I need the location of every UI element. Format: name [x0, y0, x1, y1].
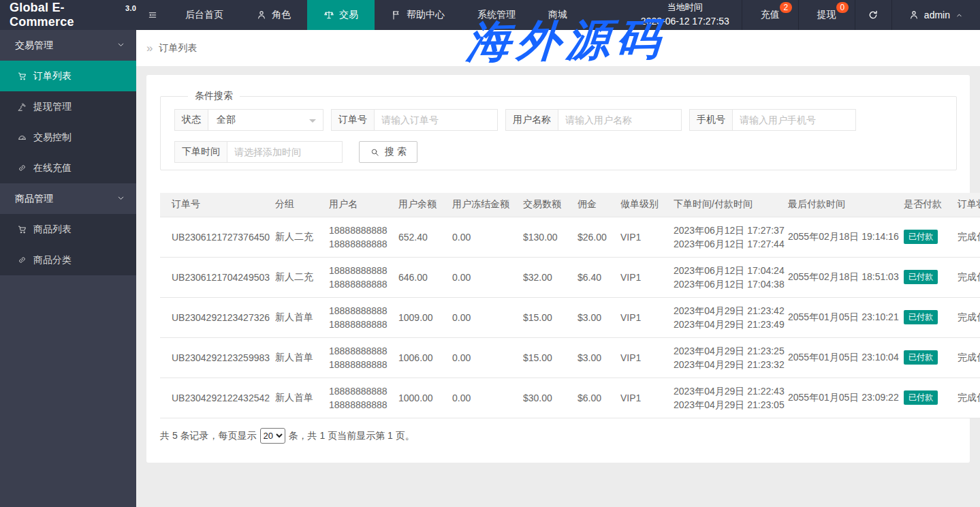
search-icon: [370, 147, 380, 157]
cell-trade-amount: $32.00: [523, 257, 578, 297]
sidebar: 交易管理 订单列表 提现管理 交易控制 在线充值 商品管理 商品列表 商品分类: [0, 30, 136, 507]
nav-item-home[interactable]: 后台首页: [169, 0, 240, 30]
header-username: 用户名: [329, 193, 398, 217]
sidebar-item-label: 订单列表: [33, 70, 72, 82]
cell-username-line: 18888888888: [329, 304, 394, 318]
nav-label: 角色: [272, 9, 291, 21]
sidebar-item-trade-control[interactable]: 交易控制: [0, 122, 136, 153]
withdraw-badge: 0: [836, 2, 849, 13]
nav-item-roles[interactable]: 角色: [240, 0, 307, 30]
header-order-no: 订单号: [160, 193, 275, 217]
sidebar-item-withdraw-management[interactable]: 提现管理: [0, 91, 136, 122]
main-nav: 后台首页 角色 交易 帮助中心 系统管理 商城: [169, 0, 584, 30]
cell-balance: 1009.00: [398, 297, 452, 337]
order-time-label: 下单时间: [174, 141, 227, 163]
table-body: UB2306121727376450新人二充188888888881888888…: [160, 217, 980, 418]
local-time: 当地时间 2023-06-12 17:27:53: [629, 0, 742, 30]
cell-commission: $26.00: [578, 217, 620, 257]
top-bar: Global E-Commerce 3.0 后台首页 角色 交易 帮助中心 系统…: [0, 0, 980, 30]
cell-commission: $6.00: [578, 378, 620, 418]
order-no-input[interactable]: [374, 109, 498, 131]
search-button-label: 搜 索: [385, 146, 407, 158]
select-caret-icon: [309, 119, 316, 126]
cell-username-line: 18888888888: [329, 318, 394, 331]
withdraw-button[interactable]: 提现 0: [798, 0, 855, 30]
orders-table: 订单号 分组 用户名 用户余额 用户冻结金额 交易数额 佣金 做单级别 下单时间…: [160, 193, 980, 418]
order-time-input[interactable]: [227, 141, 343, 163]
recharge-button[interactable]: 充值 2: [742, 0, 798, 30]
brand-logo: Global E-Commerce 3.0: [0, 1, 136, 29]
nav-label: 系统管理: [477, 9, 516, 21]
sidebar-group-trade-management[interactable]: 交易管理: [0, 30, 136, 61]
cell-order-pay-time: 2023年06月12日 17:04:242023年06月12日 17:04:38: [674, 257, 788, 297]
nav-label: 帮助中心: [407, 9, 445, 21]
breadcrumb-current: 订单列表: [159, 42, 197, 55]
cell-level: VIP1: [620, 257, 674, 297]
cell-username-line: 18888888888: [329, 398, 394, 412]
per-page-select[interactable]: 20: [260, 428, 285, 444]
scale-icon: [323, 10, 334, 20]
cell-order-pay-time: 2023年04月29日 21:23:422023年04月29日 21:23:49: [674, 297, 788, 337]
nav-item-mall[interactable]: 商城: [532, 0, 584, 30]
table-header-row: 订单号 分组 用户名 用户余额 用户冻结金额 交易数额 佣金 做单级别 下单时间…: [160, 193, 980, 217]
pagination-bar: 共 5 条记录，每页显示 20 条，共 1 页当前显示第 1 页。: [160, 428, 415, 444]
collapse-menu-button[interactable]: [136, 0, 169, 30]
cell-trade-amount: $130.00: [523, 217, 578, 257]
cell-order-pay-time-line: 2023年06月12日 17:27:44: [674, 237, 784, 251]
flag-icon: [391, 10, 402, 20]
cell-username: 1888888888818888888888: [329, 337, 398, 378]
refresh-icon: [868, 10, 879, 20]
refresh-button[interactable]: [855, 0, 891, 30]
gauge-icon: [17, 132, 27, 142]
sidebar-group-product-management[interactable]: 商品管理: [0, 183, 136, 214]
cell-order-no: UB2304292122432542: [160, 378, 275, 418]
header-paid-status: 是否付款: [904, 193, 958, 217]
brand-name: Global E-Commerce: [10, 1, 123, 29]
cell-level: VIP1: [620, 378, 674, 418]
user-icon: [908, 10, 919, 20]
cell-paid-status: 已付款: [904, 378, 958, 418]
cell-commission: $6.40: [578, 257, 620, 297]
cell-order-pay-time-line: 2023年06月12日 17:27:37: [674, 224, 784, 237]
nav-item-system[interactable]: 系统管理: [461, 0, 532, 30]
header-frozen-amount: 用户冻结金额: [452, 193, 523, 217]
cell-frozen-amount: 0.00: [452, 257, 523, 297]
sidebar-item-product-category[interactable]: 商品分类: [0, 245, 136, 275]
username-filter-group: 用户名称: [505, 109, 682, 131]
content-card: 条件搜索 状态 全部 订单号 用户名称 手机号: [146, 75, 970, 463]
search-legend: 条件搜索: [188, 90, 240, 102]
cell-order-pay-time-line: 2023年04月29日 21:23:42: [674, 304, 784, 318]
nav-label: 交易: [339, 9, 358, 21]
user-icon: [256, 10, 267, 20]
header-trade-amount: 交易数额: [523, 193, 578, 217]
username-input[interactable]: [558, 109, 682, 131]
header-order-pay-time: 下单时间/付款时间: [674, 193, 788, 217]
nav-item-help-center[interactable]: 帮助中心: [375, 0, 461, 30]
pagination-prefix: 共 5 条记录，每页显示: [160, 430, 257, 442]
chevron-down-icon: [116, 40, 125, 49]
cell-frozen-amount: 0.00: [452, 217, 523, 257]
cell-username-line: 18888888888: [329, 277, 394, 291]
cell-order-no: UB2304292123427326: [160, 297, 275, 337]
nav-item-trade[interactable]: 交易: [307, 0, 375, 30]
cell-balance: 652.40: [398, 217, 452, 257]
cell-order-status: 完成付款: [958, 337, 980, 378]
cell-username-line: 18888888888: [329, 358, 394, 371]
status-select[interactable]: 全部: [208, 109, 323, 131]
cell-username-line: 18888888888: [329, 384, 394, 398]
cell-trade-amount: $15.00: [523, 297, 578, 337]
breadcrumb: » 订单列表: [136, 30, 980, 66]
search-button[interactable]: 搜 索: [359, 141, 417, 163]
pagination-suffix: 条，共 1 页当前显示第 1 页。: [289, 430, 415, 442]
user-menu[interactable]: admin: [891, 0, 980, 30]
cell-group: 新人首单: [275, 297, 329, 337]
cell-last-pay-time: 2055年02月18日 18:51:03: [788, 257, 904, 297]
phone-input[interactable]: [732, 109, 856, 131]
sidebar-item-product-list[interactable]: 商品列表: [0, 214, 136, 245]
header-balance: 用户余额: [398, 193, 452, 217]
phone-label: 手机号: [689, 109, 733, 131]
cell-balance: 1000.00: [398, 378, 452, 418]
cell-frozen-amount: 0.00: [452, 378, 523, 418]
sidebar-item-online-recharge[interactable]: 在线充值: [0, 153, 136, 183]
sidebar-item-order-list[interactable]: 订单列表: [0, 61, 136, 91]
